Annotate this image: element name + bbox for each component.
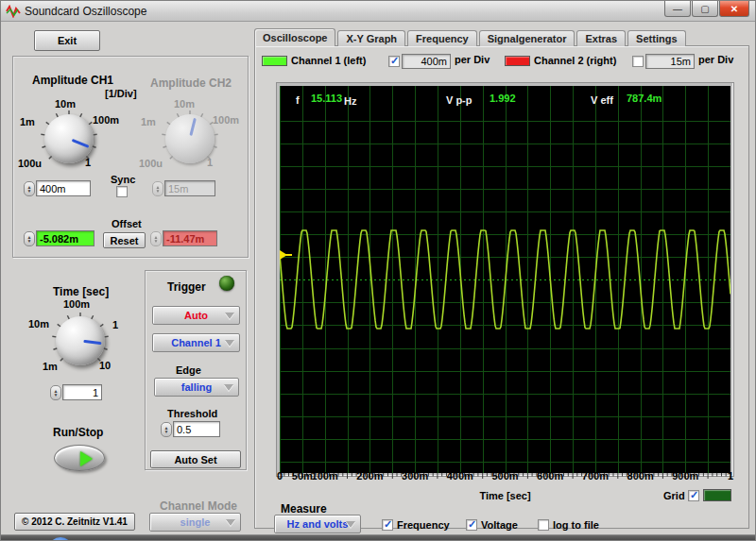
per-div-label: per Div xyxy=(698,54,733,65)
copyright-button[interactable]: © 2012 C. Zeitnitz V1.41 xyxy=(14,513,135,531)
x-tick-label: 700m xyxy=(582,470,609,482)
knob-scale-label: 100m xyxy=(63,298,90,310)
close-icon[interactable]: ✕ xyxy=(719,1,749,17)
chevron-down-icon xyxy=(346,521,355,528)
grid-color-swatch[interactable] xyxy=(703,489,731,501)
minimize-icon[interactable]: — xyxy=(664,1,691,17)
title-bar[interactable]: Soundcard Oszilloscope — ▢ ✕ xyxy=(1,1,756,22)
x-tick-label: 800m xyxy=(627,470,654,482)
trigger-title: Trigger xyxy=(167,280,206,294)
soundcard-oscilloscope-window: Soundcard Oszilloscope — ▢ ✕ Exit Amplit… xyxy=(0,0,756,541)
x-tick-label: 500m xyxy=(491,470,518,482)
knob-scale-label: 1 xyxy=(207,157,213,168)
ch1-amplitude-field[interactable]: 400m xyxy=(36,180,91,196)
channel1-checkbox[interactable] xyxy=(388,56,400,67)
channel2-label: Channel 2 (right) xyxy=(534,55,616,66)
time-spinner[interactable]: ▲▼ xyxy=(50,385,61,400)
veff-value: 787.4m xyxy=(627,93,662,104)
auto-set-button[interactable]: Auto Set xyxy=(150,450,241,468)
x-tick-label: 0 xyxy=(277,470,283,482)
channel1-color-swatch xyxy=(262,56,287,66)
freq-label: f xyxy=(296,94,300,106)
tab-frequency[interactable]: Frequency xyxy=(407,30,477,46)
run-stop-label: Run/Stop xyxy=(53,426,103,439)
frequency-checkbox[interactable] xyxy=(382,519,393,531)
time-label: Time [sec] xyxy=(53,285,109,298)
channel-mode-value: single xyxy=(180,516,211,528)
amplitude-ch2-label: Amplitude CH2 xyxy=(150,76,232,90)
chevron-down-icon xyxy=(224,384,233,391)
sync-checkbox[interactable] xyxy=(116,186,128,197)
threshold-field[interactable]: 0.5 xyxy=(173,421,220,437)
tab-signalgenerator[interactable]: Signalgenerator xyxy=(479,30,576,46)
channel1-per-div-field[interactable]: 400m xyxy=(402,54,451,69)
knob-scale-label: 10m xyxy=(174,98,195,110)
x-axis-tick-labels: 050m100m200m300m400m500m600m700m800m900m… xyxy=(280,470,730,482)
channel-mode-dropdown: single xyxy=(149,513,241,532)
channel2-per-div-field[interactable]: 15m xyxy=(645,54,695,69)
x-tick-label: 900m xyxy=(672,470,698,482)
trigger-mode-value: Auto xyxy=(184,310,208,321)
grid-checkbox[interactable] xyxy=(688,490,699,501)
voltage-checkbox[interactable] xyxy=(466,519,477,531)
log-to-file-checkbox[interactable] xyxy=(538,519,549,531)
knob-scale-label: 100m xyxy=(213,114,239,126)
maximize-icon[interactable]: ▢ xyxy=(692,1,718,17)
x-tick-label: 1 xyxy=(728,470,733,482)
ch1-amplitude-spinner[interactable]: ▲▼ xyxy=(24,181,35,196)
trigger-edge-dropdown[interactable]: falling xyxy=(154,378,239,397)
channel1-label: Channel 1 (left) xyxy=(291,55,366,66)
ch2-amplitude-spinner[interactable]: ▲▼ xyxy=(152,181,163,196)
trigger-source-value: Channel 1 xyxy=(171,337,221,348)
edge-label: Edge xyxy=(176,364,201,376)
grid-label: Grid xyxy=(663,490,685,501)
x-tick-label: 100m xyxy=(312,470,338,482)
ch1-offset-spinner[interactable]: ▲▼ xyxy=(24,231,35,246)
voltage-label: Voltage xyxy=(481,519,518,531)
channel-mode-label: Channel Mode xyxy=(160,499,237,513)
x-tick-label: 200m xyxy=(356,470,383,482)
trigger-mode-dropdown[interactable]: Auto xyxy=(152,306,240,325)
taskbar-app-icon xyxy=(48,537,73,541)
trigger-source-dropdown[interactable]: Channel 1 xyxy=(152,333,240,352)
log-to-file-label: log to file xyxy=(553,519,599,531)
reset-button[interactable]: Reset xyxy=(103,232,146,248)
tab-strip: Oscilloscope X-Y Graph Frequency Signalg… xyxy=(254,28,688,46)
knob-scale-label: 10 xyxy=(99,360,111,371)
freq-unit: Hz xyxy=(344,95,356,107)
exit-button[interactable]: Exit xyxy=(34,30,100,51)
app-icon xyxy=(6,5,21,18)
time-field[interactable]: 1 xyxy=(62,384,102,400)
x-tick-label: 300m xyxy=(402,470,428,482)
freq-value: 15.113 xyxy=(311,93,342,104)
taskbar xyxy=(1,534,756,541)
ch1-offset-field[interactable]: -5.082m xyxy=(36,230,94,246)
chevron-down-icon xyxy=(225,313,234,319)
knob-scale-label: 1 xyxy=(112,319,118,330)
channel2-checkbox[interactable] xyxy=(632,56,644,67)
knob-scale-label: 1m xyxy=(20,116,35,127)
frequency-label: Frequency xyxy=(397,519,450,531)
knob-scale-label: 1 xyxy=(85,157,91,168)
knob-scale-label: 1m xyxy=(141,116,156,127)
x-tick-label: 400m xyxy=(447,470,473,482)
window-title: Soundcard Oszilloscope xyxy=(25,5,146,18)
per-div-label: per Div xyxy=(455,54,490,65)
ch2-offset-spinner[interactable]: ▲▼ xyxy=(150,231,162,246)
ch2-amplitude-field: 15m xyxy=(164,180,215,196)
tab-xy-graph[interactable]: X-Y Graph xyxy=(337,30,405,46)
tab-oscilloscope[interactable]: Oscilloscope xyxy=(254,28,335,46)
measure-mode-dropdown[interactable]: Hz and volts xyxy=(274,515,361,533)
amplitude-ch1-label: Amplitude CH1 xyxy=(32,74,113,87)
trigger-edge-value: falling xyxy=(181,381,212,393)
knob-scale-label: 100u xyxy=(139,158,163,169)
run-stop-button[interactable] xyxy=(54,445,105,471)
channel2-color-swatch xyxy=(505,56,530,66)
scope-display: f 15.113 Hz V p-p 1.992 V eff 787.4m xyxy=(280,86,730,473)
tab-extras[interactable]: Extras xyxy=(576,30,626,46)
play-icon xyxy=(80,451,93,466)
veff-label: V eff xyxy=(591,94,613,106)
x-tick-label: 50m xyxy=(292,470,313,482)
tab-settings[interactable]: Settings xyxy=(627,30,685,46)
threshold-spinner[interactable]: ▲▼ xyxy=(161,422,172,437)
